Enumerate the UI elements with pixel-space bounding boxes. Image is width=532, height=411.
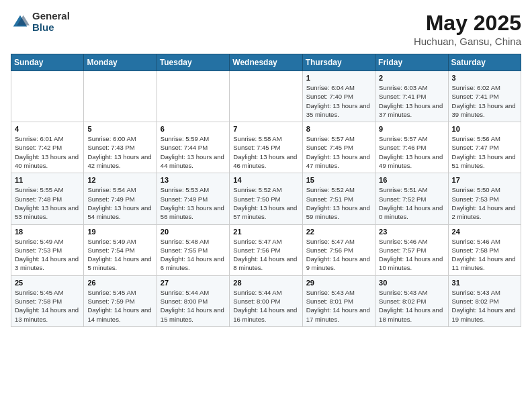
day-number: 25 — [15, 279, 80, 287]
day-cell: 21Sunrise: 5:47 AM Sunset: 7:56 PM Dayli… — [230, 224, 302, 275]
day-cell: 28Sunrise: 5:44 AM Sunset: 8:00 PM Dayli… — [230, 275, 302, 326]
day-number: 14 — [233, 176, 298, 184]
day-cell: 22Sunrise: 5:47 AM Sunset: 7:56 PM Dayli… — [302, 224, 375, 275]
day-cell: 17Sunrise: 5:50 AM Sunset: 7:53 PM Dayli… — [448, 173, 521, 224]
day-detail: Sunrise: 5:59 AM Sunset: 7:44 PM Dayligh… — [161, 134, 226, 170]
day-cell: 29Sunrise: 5:43 AM Sunset: 8:01 PM Dayli… — [302, 275, 375, 326]
day-detail: Sunrise: 5:43 AM Sunset: 8:01 PM Dayligh… — [306, 288, 371, 324]
day-number: 28 — [233, 279, 298, 287]
day-detail: Sunrise: 6:04 AM Sunset: 7:40 PM Dayligh… — [306, 83, 371, 119]
week-row-3: 11Sunrise: 5:55 AM Sunset: 7:48 PM Dayli… — [11, 173, 521, 224]
day-cell: 4Sunrise: 6:01 AM Sunset: 7:42 PM Daylig… — [11, 122, 84, 173]
day-cell: 7Sunrise: 5:58 AM Sunset: 7:45 PM Daylig… — [230, 122, 302, 173]
day-number: 15 — [306, 176, 371, 184]
day-cell: 6Sunrise: 5:59 AM Sunset: 7:44 PM Daylig… — [157, 122, 229, 173]
day-number: 29 — [306, 279, 371, 287]
day-detail: Sunrise: 5:50 AM Sunset: 7:53 PM Dayligh… — [452, 185, 517, 221]
calendar-title: May 2025 — [414, 11, 521, 36]
logo-icon — [11, 13, 30, 32]
day-number: 19 — [87, 228, 152, 236]
day-cell: 3Sunrise: 6:02 AM Sunset: 7:41 PM Daylig… — [448, 71, 521, 122]
logo-text: General Blue — [32, 11, 70, 33]
day-cell: 9Sunrise: 5:57 AM Sunset: 7:46 PM Daylig… — [375, 122, 448, 173]
day-detail: Sunrise: 5:56 AM Sunset: 7:47 PM Dayligh… — [452, 134, 517, 170]
day-cell: 20Sunrise: 5:48 AM Sunset: 7:55 PM Dayli… — [157, 224, 229, 275]
day-cell: 31Sunrise: 5:43 AM Sunset: 8:02 PM Dayli… — [448, 275, 521, 326]
logo-blue-label: Blue — [32, 22, 70, 34]
day-detail: Sunrise: 5:46 AM Sunset: 7:57 PM Dayligh… — [379, 237, 444, 273]
logo-general-label: General — [32, 11, 70, 22]
day-cell — [230, 71, 302, 122]
day-number: 20 — [161, 228, 226, 236]
day-detail: Sunrise: 6:00 AM Sunset: 7:43 PM Dayligh… — [87, 134, 152, 170]
day-number: 6 — [161, 125, 226, 133]
page-header: General Blue May 2025 Huchuan, Gansu, Ch… — [11, 11, 521, 47]
week-row-2: 4Sunrise: 6:01 AM Sunset: 7:42 PM Daylig… — [11, 122, 521, 173]
day-number: 3 — [452, 74, 517, 82]
day-cell: 11Sunrise: 5:55 AM Sunset: 7:48 PM Dayli… — [11, 173, 84, 224]
day-cell — [11, 71, 84, 122]
day-detail: Sunrise: 6:02 AM Sunset: 7:41 PM Dayligh… — [452, 83, 517, 119]
day-number: 4 — [15, 125, 80, 133]
day-detail: Sunrise: 5:44 AM Sunset: 8:00 PM Dayligh… — [233, 288, 298, 324]
day-cell: 30Sunrise: 5:43 AM Sunset: 8:02 PM Dayli… — [375, 275, 448, 326]
day-cell: 13Sunrise: 5:53 AM Sunset: 7:49 PM Dayli… — [157, 173, 229, 224]
day-cell: 1Sunrise: 6:04 AM Sunset: 7:40 PM Daylig… — [302, 71, 375, 122]
header-cell-friday: Friday — [375, 54, 448, 71]
day-number: 23 — [379, 228, 444, 236]
calendar-body: 1Sunrise: 6:04 AM Sunset: 7:40 PM Daylig… — [11, 71, 521, 327]
day-detail: Sunrise: 5:52 AM Sunset: 7:51 PM Dayligh… — [306, 185, 371, 221]
day-number: 5 — [87, 125, 152, 133]
day-detail: Sunrise: 5:46 AM Sunset: 7:58 PM Dayligh… — [452, 237, 517, 273]
day-number: 13 — [161, 176, 226, 184]
week-row-5: 25Sunrise: 5:45 AM Sunset: 7:58 PM Dayli… — [11, 275, 521, 326]
day-detail: Sunrise: 5:47 AM Sunset: 7:56 PM Dayligh… — [306, 237, 371, 273]
day-detail: Sunrise: 5:57 AM Sunset: 7:45 PM Dayligh… — [306, 134, 371, 170]
calendar-header: SundayMondayTuesdayWednesdayThursdayFrid… — [11, 54, 521, 71]
day-number: 21 — [233, 228, 298, 236]
day-cell: 14Sunrise: 5:52 AM Sunset: 7:50 PM Dayli… — [230, 173, 302, 224]
day-cell: 23Sunrise: 5:46 AM Sunset: 7:57 PM Dayli… — [375, 224, 448, 275]
day-cell: 26Sunrise: 5:45 AM Sunset: 7:59 PM Dayli… — [84, 275, 157, 326]
day-number: 10 — [452, 125, 517, 133]
day-detail: Sunrise: 5:45 AM Sunset: 7:58 PM Dayligh… — [15, 288, 80, 324]
header-cell-sunday: Sunday — [11, 54, 84, 71]
day-number: 31 — [452, 279, 517, 287]
day-detail: Sunrise: 5:52 AM Sunset: 7:50 PM Dayligh… — [233, 185, 298, 221]
day-detail: Sunrise: 5:47 AM Sunset: 7:56 PM Dayligh… — [233, 237, 298, 273]
header-cell-saturday: Saturday — [448, 54, 521, 71]
title-block: May 2025 Huchuan, Gansu, China — [414, 11, 521, 47]
header-cell-tuesday: Tuesday — [157, 54, 229, 71]
day-number: 27 — [161, 279, 226, 287]
day-detail: Sunrise: 5:49 AM Sunset: 7:54 PM Dayligh… — [87, 237, 152, 273]
day-number: 2 — [379, 74, 444, 82]
day-detail: Sunrise: 5:45 AM Sunset: 7:59 PM Dayligh… — [87, 288, 152, 324]
day-cell: 10Sunrise: 5:56 AM Sunset: 7:47 PM Dayli… — [448, 122, 521, 173]
day-detail: Sunrise: 5:55 AM Sunset: 7:48 PM Dayligh… — [15, 185, 80, 221]
day-number: 18 — [15, 228, 80, 236]
day-detail: Sunrise: 5:43 AM Sunset: 8:02 PM Dayligh… — [379, 288, 444, 324]
logo: General Blue — [11, 11, 70, 33]
day-detail: Sunrise: 6:03 AM Sunset: 7:41 PM Dayligh… — [379, 83, 444, 119]
day-number: 9 — [379, 125, 444, 133]
day-number: 30 — [379, 279, 444, 287]
day-cell: 24Sunrise: 5:46 AM Sunset: 7:58 PM Dayli… — [448, 224, 521, 275]
day-detail: Sunrise: 5:49 AM Sunset: 7:53 PM Dayligh… — [15, 237, 80, 273]
day-cell: 18Sunrise: 5:49 AM Sunset: 7:53 PM Dayli… — [11, 224, 84, 275]
day-cell: 25Sunrise: 5:45 AM Sunset: 7:58 PM Dayli… — [11, 275, 84, 326]
day-detail: Sunrise: 5:44 AM Sunset: 8:00 PM Dayligh… — [161, 288, 226, 324]
day-detail: Sunrise: 5:43 AM Sunset: 8:02 PM Dayligh… — [452, 288, 517, 324]
day-number: 16 — [379, 176, 444, 184]
day-cell: 8Sunrise: 5:57 AM Sunset: 7:45 PM Daylig… — [302, 122, 375, 173]
day-detail: Sunrise: 5:51 AM Sunset: 7:52 PM Dayligh… — [379, 185, 444, 221]
day-number: 17 — [452, 176, 517, 184]
day-detail: Sunrise: 5:53 AM Sunset: 7:49 PM Dayligh… — [161, 185, 226, 221]
day-cell: 12Sunrise: 5:54 AM Sunset: 7:49 PM Dayli… — [84, 173, 157, 224]
day-number: 12 — [87, 176, 152, 184]
header-cell-wednesday: Wednesday — [230, 54, 302, 71]
day-number: 7 — [233, 125, 298, 133]
week-row-1: 1Sunrise: 6:04 AM Sunset: 7:40 PM Daylig… — [11, 71, 521, 122]
day-cell: 2Sunrise: 6:03 AM Sunset: 7:41 PM Daylig… — [375, 71, 448, 122]
header-cell-thursday: Thursday — [302, 54, 375, 71]
day-number: 24 — [452, 228, 517, 236]
